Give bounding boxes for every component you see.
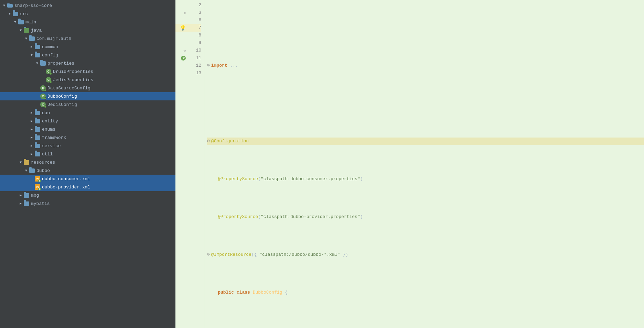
tree-item-src[interactable]: ▼ src (0, 10, 175, 18)
expand-arrow: ▶ (18, 193, 23, 197)
tree-item-com-mljr-auth[interactable]: ▼ com.mljr.auth (0, 34, 175, 43)
expand-arrow: ▼ (29, 53, 34, 57)
tree-item-dubbo-consumer-xml[interactable]: XML S dubbo-consumer.xml (0, 175, 175, 183)
tree-label: framework (42, 135, 173, 140)
code-text: { (285, 289, 288, 296)
keyword-class: class (237, 289, 250, 296)
tree-item-framework[interactable]: ▶ framework (0, 133, 175, 142)
tree-item-entity[interactable]: ▶ entity (0, 117, 175, 125)
line-number: 9 (186, 39, 201, 47)
expand-arrow: ▶ (29, 45, 34, 49)
line-number: 8 (186, 32, 201, 39)
tree-item-dubbo-config[interactable]: C DubboConfig (0, 92, 175, 100)
gutter-cell-fold[interactable]: ⊖ (175, 47, 186, 54)
tree-label: dubbo (36, 168, 173, 173)
expand-arrow: ▶ (29, 111, 34, 115)
code-text (282, 289, 285, 296)
tree-item-service[interactable]: ▶ service (0, 142, 175, 150)
line-number: 11 (186, 54, 201, 62)
folder-icon (34, 52, 41, 58)
line-numbers: 2 3 6 7 8 9 10 11 12 13 (186, 0, 204, 328)
class-icon: C (45, 77, 52, 83)
tree-item-config[interactable]: ▼ config (0, 51, 175, 59)
code-text (207, 213, 218, 221)
tree-item-mbg[interactable]: ▶ mbg (0, 191, 175, 199)
tree-item-properties[interactable]: ▼ properties (0, 59, 175, 67)
gutter-cell-spring[interactable]: ⚙ (175, 54, 186, 62)
tree-item-datasource-config[interactable]: C DataSourceConfig (0, 84, 175, 92)
code-text: ( (258, 175, 261, 183)
code-content[interactable]: ⊕ import ... ⊖ @Configuration @PropertyS… (204, 0, 644, 328)
expand-arrow: ▼ (34, 62, 40, 65)
gutter-cell-lightbulb[interactable]: 💡 (175, 24, 186, 32)
project-folder-icon (7, 2, 13, 9)
tree-label: service (42, 143, 173, 149)
folder-icon (23, 200, 30, 207)
line-number: 12 (186, 62, 201, 69)
classname-dubboconfig: DubboConfig (253, 289, 282, 296)
gutter-cell (175, 62, 186, 69)
svg-rect-1 (7, 3, 10, 5)
tree-item-util[interactable]: ▶ util (0, 150, 175, 158)
file-tree[interactable]: ▼ sharp-sso-core ▼ src ▼ main ▼ java ▼ (0, 0, 175, 328)
tree-item-jedis-properties[interactable]: C JedisProperties (0, 76, 175, 84)
tree-label: DataSourceConfig (47, 86, 173, 91)
string-value: "classpath:dubbo-provider.properties" (261, 213, 360, 221)
editor-gutter: ⊕ 💡 ⊖ ⚙ (175, 0, 186, 328)
string-value: "classpath:/dubbo/dubbo-*.xml" (259, 251, 340, 259)
gutter-cell (175, 39, 186, 47)
tree-item-root[interactable]: ▼ sharp-sso-core (0, 1, 175, 10)
code-text: ) (360, 175, 363, 183)
tree-label: dao (42, 110, 173, 116)
code-line-9: @PropertySource ( "classpath:dubbo-provi… (207, 213, 644, 221)
class-icon: C (40, 101, 46, 108)
tree-item-dubbo[interactable]: ▼ dubbo (0, 166, 175, 175)
tree-label: util (42, 152, 173, 157)
expand-arrow: ▼ (18, 161, 23, 164)
tree-label: DubboConfig (47, 94, 173, 99)
tree-item-druid-properties[interactable]: C DruidProperties (0, 67, 175, 76)
tree-item-dao[interactable]: ▶ dao (0, 109, 175, 117)
fold-indicator[interactable]: ⊖ (207, 251, 210, 259)
tree-label: JedisConfig (47, 102, 173, 107)
code-text (207, 100, 210, 107)
tree-label: main (25, 20, 173, 25)
code-text (234, 289, 237, 296)
tree-label: java (31, 28, 173, 33)
expand-arrow: ▼ (23, 169, 29, 173)
tree-label: JedisProperties (53, 77, 173, 83)
tree-item-java[interactable]: ▼ java (0, 26, 175, 34)
folder-icon (12, 11, 19, 17)
line-number: 6 (186, 17, 201, 24)
code-line-3: ⊕ import ... (207, 62, 644, 69)
expand-arrow: ▼ (7, 12, 12, 16)
tree-label: common (42, 44, 173, 50)
folder-icon (40, 60, 46, 66)
code-text (227, 62, 230, 69)
keyword-import: import (211, 62, 227, 69)
tree-item-enums[interactable]: ▶ enums (0, 125, 175, 133)
fold-indicator[interactable]: ⊖ (207, 138, 210, 145)
tree-item-resources[interactable]: ▼ resources (0, 158, 175, 166)
fold-indicator[interactable]: ⊕ (207, 62, 210, 69)
tree-label: enums (42, 127, 173, 132)
folder-icon (34, 151, 41, 157)
expand-arrow: ▶ (29, 119, 34, 123)
gutter-cell (175, 17, 186, 24)
code-line-7: ⊖ @Configuration (207, 138, 644, 145)
tree-item-jedis-config[interactable]: C JedisConfig (0, 100, 175, 109)
code-text: ( (258, 213, 261, 221)
tree-item-dubbo-provider-xml[interactable]: XML S dubbo-provider.xml (0, 183, 175, 191)
expand-arrow: ▼ (23, 37, 29, 41)
tree-item-mybatis[interactable]: ▶ mybatis (0, 199, 175, 208)
line-number: 2 (186, 1, 201, 9)
xml-file-icon: XML S (34, 176, 41, 182)
line-number: 13 (186, 69, 201, 77)
gutter-cell-fold[interactable]: ⊕ (175, 9, 186, 17)
tree-item-main[interactable]: ▼ main (0, 18, 175, 26)
gutter-cell (175, 1, 186, 9)
tree-label: DruidProperties (53, 69, 173, 74)
folder-icon (23, 27, 30, 33)
code-line-11: public class DubboConfig { (207, 289, 644, 296)
tree-item-common[interactable]: ▶ common (0, 43, 175, 51)
